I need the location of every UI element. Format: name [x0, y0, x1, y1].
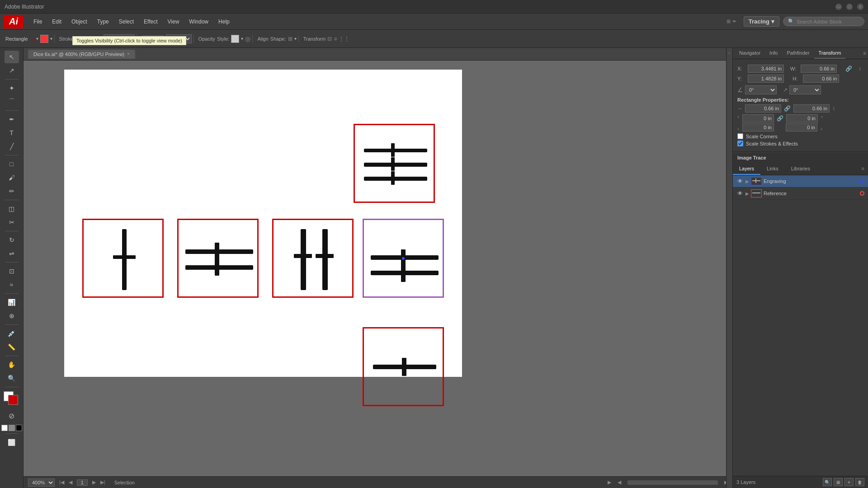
- selection-tool[interactable]: ↖: [5, 51, 19, 63]
- zoom-select[interactable]: 400% 100% 200%: [28, 479, 55, 487]
- stroke-value[interactable]: 1 pt: [89, 36, 97, 42]
- rect-width-input[interactable]: [745, 104, 781, 113]
- line-type-select[interactable]: Basic: [166, 34, 192, 43]
- zoom-tool[interactable]: 🔍: [5, 372, 19, 385]
- dice-card-5-selected[interactable]: [363, 219, 444, 298]
- scale-corners-checkbox[interactable]: [737, 133, 743, 139]
- minimize-button[interactable]: —: [835, 4, 842, 10]
- search-layers-btn[interactable]: 🔍: [823, 478, 832, 486]
- none-swatch[interactable]: ⊘: [5, 409, 19, 422]
- dice-card-3[interactable]: [177, 219, 259, 298]
- scale-tool[interactable]: ⊡: [5, 265, 19, 277]
- menu-edit[interactable]: Edit: [47, 17, 66, 27]
- gradient-view-btn[interactable]: [9, 425, 15, 431]
- pencil-tool[interactable]: ✏: [5, 185, 19, 197]
- pen-tool[interactable]: ✒: [5, 113, 19, 126]
- mesh-view-btn[interactable]: [16, 425, 22, 431]
- fill-dropdown-icon[interactable]: ▾: [36, 36, 38, 41]
- layers-panel-menu-btn[interactable]: ≡: [858, 163, 868, 175]
- corner-br-input[interactable]: [786, 123, 817, 131]
- rect-height-input[interactable]: [793, 104, 830, 113]
- line-tool[interactable]: ╱: [5, 140, 19, 153]
- measure-tool[interactable]: 📏: [5, 341, 19, 353]
- libraries-tab[interactable]: Libraries: [785, 163, 816, 175]
- menu-file[interactable]: File: [29, 17, 47, 27]
- x-input[interactable]: [748, 65, 784, 73]
- rectangle-tool[interactable]: □: [5, 158, 19, 170]
- graph-tool[interactable]: 📊: [5, 296, 19, 309]
- menu-help[interactable]: Help: [214, 17, 234, 27]
- angle-select[interactable]: 0°: [745, 85, 777, 94]
- direct-selection-tool[interactable]: ↗: [5, 64, 19, 77]
- fill-color-dropdown[interactable]: ▾: [50, 36, 52, 41]
- tab-close-button[interactable]: ×: [127, 52, 130, 56]
- paintbrush-tool[interactable]: 🖌: [5, 171, 19, 184]
- menu-object[interactable]: Object: [67, 17, 92, 27]
- rotate-tool[interactable]: ↻: [5, 234, 19, 246]
- page-number-input[interactable]: [77, 479, 88, 486]
- corner-link-icon[interactable]: 🔗: [777, 115, 783, 122]
- info-tab[interactable]: Info: [765, 48, 782, 59]
- layer-row-engraving[interactable]: 👁 ▶ Engraving: [733, 175, 868, 188]
- engraving-visibility-btn[interactable]: 👁: [736, 178, 744, 185]
- reference-expand-arrow[interactable]: ▶: [745, 191, 749, 196]
- panel-menu-btn[interactable]: ≡: [863, 48, 866, 59]
- reference-visibility-btn[interactable]: 👁: [736, 190, 744, 197]
- menu-select[interactable]: Select: [114, 17, 138, 27]
- delete-layer-btn[interactable]: 🗑: [855, 478, 864, 486]
- symbol-tool[interactable]: ⊕: [5, 310, 19, 322]
- fill-color-swatch[interactable]: [40, 35, 48, 43]
- scroll-bar[interactable]: [627, 480, 718, 485]
- align-options-icon[interactable]: ◎: [245, 35, 250, 42]
- stroke-up-icon[interactable]: ▲: [76, 36, 81, 41]
- scale-strokes-checkbox[interactable]: [737, 141, 743, 146]
- maximize-button[interactable]: □: [846, 4, 853, 10]
- panel-collapse-button[interactable]: ›: [726, 48, 732, 488]
- style-dropdown-icon[interactable]: ▾: [241, 36, 243, 41]
- fill-indicator[interactable]: ⬦: [30, 35, 34, 43]
- text-tool[interactable]: T: [5, 127, 19, 139]
- dice-card-1[interactable]: [354, 124, 435, 203]
- eyedropper-tool[interactable]: 💉: [5, 327, 19, 340]
- dice-card-6[interactable]: [363, 327, 444, 406]
- scissors-tool[interactable]: ✂: [5, 216, 19, 229]
- next-frame-btn[interactable]: ▶|: [100, 479, 105, 485]
- dice-card-2[interactable]: [82, 219, 164, 298]
- stroke-swatch[interactable]: [8, 395, 18, 405]
- dice-card-4[interactable]: [272, 219, 354, 298]
- links-tab[interactable]: Links: [760, 163, 785, 175]
- menu-view[interactable]: View: [163, 17, 184, 27]
- search-stock-box[interactable]: 🔍 Search Adobe Stock: [783, 17, 864, 26]
- transform-tab[interactable]: Transform: [814, 48, 846, 59]
- lock-proportions-icon[interactable]: 🔗: [784, 105, 791, 112]
- new-layer-btn[interactable]: +: [844, 478, 854, 486]
- menu-type[interactable]: Type: [93, 17, 113, 27]
- link-dimensions-btn[interactable]: 🔗: [843, 65, 854, 73]
- navigator-tab[interactable]: Navigator: [735, 48, 765, 59]
- normal-view-btn[interactable]: [1, 425, 8, 431]
- menu-effect[interactable]: Effect: [139, 17, 162, 27]
- layers-tab[interactable]: Layers: [733, 163, 760, 175]
- next-btn[interactable]: ▶: [92, 479, 96, 485]
- scroll-left-btn[interactable]: ◀: [618, 479, 621, 485]
- shape-icon[interactable]: ⊞: [288, 36, 292, 42]
- w-input[interactable]: [801, 65, 837, 73]
- artboard-tool[interactable]: ⬜: [5, 436, 19, 449]
- shear-select[interactable]: 0°: [789, 85, 821, 94]
- menu-window[interactable]: Window: [184, 17, 213, 27]
- corner-bl-input[interactable]: [742, 123, 774, 131]
- stroke-type-select[interactable]: Uniform: [104, 34, 135, 43]
- lasso-tool[interactable]: ⌒: [5, 95, 19, 108]
- layer-row-reference[interactable]: 👁 ▶ Reference: [733, 188, 868, 200]
- play-btn[interactable]: ▶: [608, 479, 611, 485]
- more-icon[interactable]: ⋮⋮: [339, 36, 349, 42]
- stroke-down-icon[interactable]: ▼: [83, 36, 87, 41]
- distribute-icon[interactable]: ≡: [334, 36, 337, 42]
- style-swatch[interactable]: [231, 35, 239, 43]
- transform-icon[interactable]: ⊟: [327, 36, 332, 42]
- warp-tool[interactable]: ≈: [5, 278, 19, 291]
- engraving-expand-arrow[interactable]: ▶: [745, 179, 749, 184]
- constrain-btn[interactable]: ↕: [856, 65, 863, 73]
- y-input[interactable]: [748, 75, 784, 83]
- h-input[interactable]: [803, 75, 839, 83]
